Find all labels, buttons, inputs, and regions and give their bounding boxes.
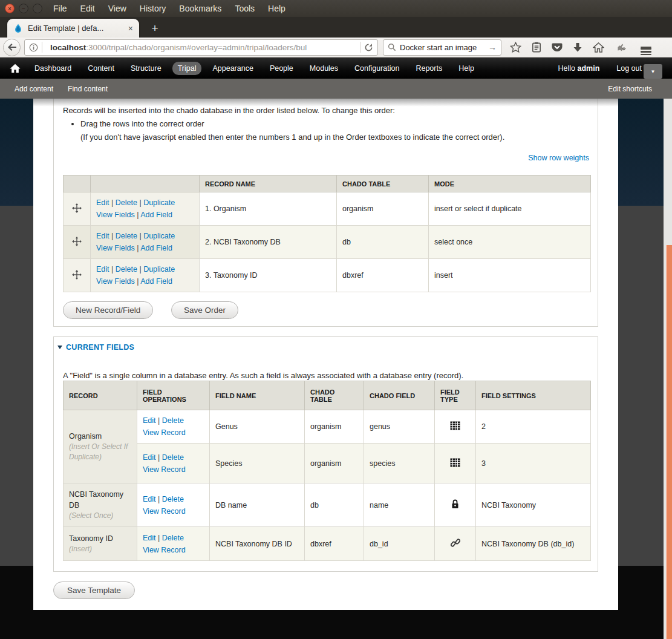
chado-field-cell: db_id <box>364 527 435 561</box>
duplicate-link[interactable]: Duplicate <box>143 232 175 240</box>
search-go-icon[interactable]: → <box>488 42 497 52</box>
admin-item-modules[interactable]: Modules <box>304 62 344 75</box>
menu-tools[interactable]: Tools <box>235 4 255 13</box>
admin-item-dashboard[interactable]: Dashboard <box>29 62 77 75</box>
bookmark-star-icon[interactable] <box>510 42 521 53</box>
url-text[interactable]: localhost:3000/tripal/chado/organism#ove… <box>50 43 356 52</box>
record-name: Taxonomy ID <box>69 533 131 544</box>
search-bar[interactable]: Docker start an image → <box>383 39 501 56</box>
admin-item-people[interactable]: People <box>264 62 299 75</box>
drag-handle[interactable] <box>64 226 91 259</box>
edit-link[interactable]: Edit <box>143 453 156 462</box>
view-record-link[interactable]: View Record <box>143 507 186 516</box>
current-fields-legend[interactable]: CURRENT FIELDS <box>57 343 134 352</box>
view-fields-link[interactable]: View Fields <box>96 277 135 286</box>
edit-link[interactable]: Edit <box>96 198 109 207</box>
menu-view[interactable]: View <box>108 4 126 13</box>
toolbar-toggle-button[interactable]: ▼ <box>644 64 662 79</box>
delete-link[interactable]: Delete <box>162 453 184 462</box>
delete-link[interactable]: Delete <box>162 416 184 425</box>
admin-item-appearance[interactable]: Appearance <box>207 62 258 75</box>
url-path: :3000/tripal/chado/organism#overlay=admi… <box>86 43 307 52</box>
view-record-link[interactable]: View Record <box>143 546 186 554</box>
drag-handle[interactable] <box>64 192 91 226</box>
drag-handle[interactable] <box>64 259 91 292</box>
downloads-icon[interactable] <box>573 42 582 53</box>
record-name-cell: 1. Organism <box>200 192 337 226</box>
admin-item-structure[interactable]: Structure <box>125 62 167 75</box>
field-settings-cell: NCBI Taxonomy DB (db_id) <box>476 527 591 561</box>
menu-bookmarks[interactable]: Bookmarks <box>179 4 221 13</box>
chado-table-cell: organism <box>337 192 429 226</box>
new-tab-button[interactable]: + <box>145 21 165 36</box>
save-order-button[interactable]: Save Order <box>171 301 238 319</box>
edit-link[interactable]: Edit <box>143 495 156 503</box>
edit-shortcuts-link[interactable]: Edit shortcuts <box>608 85 652 93</box>
browser-navbar: localhost:3000/tripal/chado/organism#ove… <box>0 38 672 57</box>
search-input[interactable]: Docker start an image <box>400 43 488 52</box>
tab-close-icon[interactable]: × <box>128 24 133 33</box>
add-field-link[interactable]: Add Field <box>140 277 172 286</box>
field-settings-cell: 2 <box>476 410 591 444</box>
edit-link[interactable]: Edit <box>96 232 109 240</box>
delete-link[interactable]: Delete <box>116 232 137 240</box>
addon-icon[interactable] <box>615 42 627 52</box>
menu-help[interactable]: Help <box>268 4 285 13</box>
menu-file[interactable]: File <box>53 4 67 13</box>
pocket-icon[interactable] <box>552 42 563 53</box>
add-content-link[interactable]: Add content <box>15 85 53 93</box>
logout-link[interactable]: Log out <box>616 64 642 73</box>
browser-tab[interactable]: Edit Template | defa... × <box>7 19 139 38</box>
admin-home-icon[interactable] <box>10 64 21 73</box>
admin-item-tripal[interactable]: Tripal <box>172 62 202 75</box>
find-content-link[interactable]: Find content <box>68 85 108 93</box>
view-fields-link[interactable]: View Fields <box>96 211 135 219</box>
menu-history[interactable]: History <box>140 4 166 13</box>
current-fields-fieldset: CURRENT FIELDS A "Field" is a single col… <box>53 336 598 572</box>
admin-item-help[interactable]: Help <box>453 62 480 75</box>
bookmarks-list-icon[interactable] <box>532 42 541 53</box>
add-field-link[interactable]: Add Field <box>140 244 172 252</box>
view-record-link[interactable]: View Record <box>143 428 186 437</box>
admin-item-reports[interactable]: Reports <box>410 62 448 75</box>
delete-link[interactable]: Delete <box>162 534 184 542</box>
field-name-cell: Genus <box>210 410 305 444</box>
duplicate-link[interactable]: Duplicate <box>143 265 175 274</box>
home-icon[interactable] <box>593 42 604 53</box>
delete-link[interactable]: Delete <box>116 265 137 274</box>
chado-table-cell: db <box>337 226 429 259</box>
record-cell: Taxonomy ID (Insert) <box>64 527 137 561</box>
link-separator: | <box>139 232 141 240</box>
edit-link[interactable]: Edit <box>96 265 109 274</box>
window-maximize-button[interactable] <box>33 4 42 13</box>
link-separator: | <box>137 244 139 252</box>
show-row-weights-link[interactable]: Show row weights <box>528 154 589 162</box>
scrollbar-thumb[interactable] <box>666 245 672 639</box>
delete-link[interactable]: Delete <box>116 198 137 207</box>
edit-link[interactable]: Edit <box>143 416 156 425</box>
url-bar[interactable]: localhost:3000/tripal/chado/organism#ove… <box>24 39 378 56</box>
window-menubar: × − File Edit View History Bookmarks Too… <box>0 0 672 17</box>
new-record-field-button[interactable]: New Record/Field <box>63 301 153 319</box>
edit-link[interactable]: Edit <box>143 534 156 542</box>
admin-item-configuration[interactable]: Configuration <box>349 62 405 75</box>
view-record-link[interactable]: View Record <box>143 465 186 474</box>
admin-item-content[interactable]: Content <box>82 62 120 75</box>
back-button[interactable] <box>3 39 21 56</box>
window-close-button[interactable]: × <box>5 4 15 13</box>
scrollbar-track[interactable] <box>664 99 672 639</box>
menu-edit[interactable]: Edit <box>80 4 95 13</box>
mode-cell: select once <box>429 226 591 259</box>
add-field-link[interactable]: Add Field <box>140 211 172 219</box>
reload-icon[interactable] <box>364 43 373 52</box>
record-name: NCBI Taxonomy DB <box>69 489 131 511</box>
record-name-cell: 3. Taxonomy ID <box>200 259 337 292</box>
field-operations: Edit | Delete View Record <box>137 410 210 444</box>
delete-link[interactable]: Delete <box>162 495 184 503</box>
menu-hamburger-icon[interactable] <box>641 45 651 49</box>
record-operations: Edit | Delete | Duplicate View Fields | … <box>91 192 200 226</box>
duplicate-link[interactable]: Duplicate <box>143 198 175 207</box>
window-minimize-button[interactable]: − <box>19 4 28 13</box>
view-fields-link[interactable]: View Fields <box>96 244 135 252</box>
save-template-button[interactable]: Save Template <box>53 582 135 599</box>
